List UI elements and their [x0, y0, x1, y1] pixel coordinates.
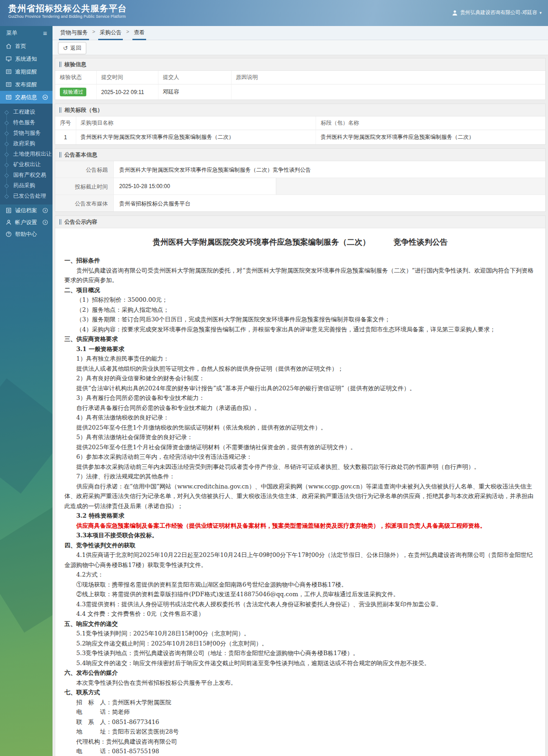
sidebar-item-overdue-reminder[interactable]: 逾期提醒 — [0, 65, 53, 78]
doc-paragraph: 供应商自行承诺：在“信用中国”网站（www.creditchina.gov.cn… — [64, 482, 536, 511]
doc-paragraph: 本次竞争性谈判公告在贵州省招标投标公共服务平台上发布。 — [64, 678, 536, 688]
project-name: 贵州医科大学附属医院突发环境事件应急预案编制服务（二次） — [76, 130, 316, 145]
column-header: 序号 — [55, 116, 76, 130]
doc-paragraph: 提供“合法审计机构出具的2024年度的财务审计报告”或“基本开户银行出具的202… — [64, 383, 536, 394]
home-icon — [5, 43, 12, 49]
doc-paragraph: 4）具有依法缴纳税收的良好记录： — [64, 413, 536, 423]
user-icon — [452, 10, 458, 16]
submenu-item-已发公告处理[interactable]: 已发公告处理 — [0, 191, 53, 201]
doc-paragraph: 5）具有依法缴纳社会保障资金的良好记录： — [64, 432, 536, 442]
sidebar-item-label: 系统通知 — [15, 55, 37, 63]
breadcrumb-item-goods-services[interactable]: 货物与服务 — [59, 26, 89, 40]
table-row: 1 贵州医科大学附属医院突发环境事件应急预案编制服务（二次） 贵州医科大学附属医… — [55, 130, 545, 145]
doc-paragraph: 一、招标条件 — [64, 256, 536, 266]
status-badge: 核验通过 — [60, 88, 86, 96]
sidebar-item-help-center[interactable]: 帮助中心 — [0, 228, 53, 240]
breadcrumb-item-procurement-notice[interactable]: 采购公告 — [98, 26, 123, 40]
doc-paragraph: 提供2025年至今任意1个月社会保障资金缴纳证明材料（不需要缴纳社保资金的，提供… — [64, 442, 536, 452]
row-seq: 1 — [55, 130, 76, 145]
breadcrumb: 货物与服务 > 采购公告 > 查看 — [53, 26, 548, 40]
list-icon — [5, 207, 12, 214]
section-bar-icon — [59, 107, 62, 113]
sidebar-item-label: 首页 — [15, 42, 26, 50]
doc-paragraph: 5.2响应文件递交截止时间：2025年10月28日15时00分（北京时间）。 — [64, 639, 536, 649]
sidebar-item-credit-archive[interactable]: 诚信档案 — [0, 205, 53, 216]
section-header: 核验信息 — [55, 58, 545, 71]
breadcrumb-item-view[interactable]: 查看 — [132, 26, 146, 40]
chevron-down-icon: ▾ — [539, 10, 542, 15]
doc-paragraph: 4.1供应商请于北京时间2025年10月22日起至2025年10月24日上午09… — [64, 550, 536, 570]
submenu-item-国有产权交易[interactable]: 国有产权交易 — [0, 170, 53, 180]
doc-paragraph: 5.4响应文件的递交：响应文件须密封后于响应文件递交截止时间前递至竞争性谈判地点… — [64, 658, 536, 668]
doc-paragraph: 代理机构：贵州弘典建设咨询有限公司 — [64, 737, 536, 747]
reason — [231, 84, 545, 100]
basic-info-panel: 公告基本信息 公告标题 贵州医科大学附属医院突发环境事件应急预案编制服务（二次）… — [55, 148, 546, 212]
sidebar: 菜单 ≡ 首页 系统通知 逾期提醒 — [0, 26, 53, 756]
doc-paragraph: 提供法人或者其他组织的营业执照等证明文件，自然人投标的提供身份证明（提供有效的证… — [64, 364, 536, 374]
top-header: 贵州省招标投标公共服务平台 GuiZhou Province Tendering… — [0, 0, 548, 26]
info-row: 投标截止时间 2025-10-28 15:00:00 — [55, 178, 545, 195]
submenu-item-矿业权出让[interactable]: 矿业权出让 — [0, 159, 53, 170]
sidebar-item-label: 交易信息 — [15, 94, 37, 101]
doc-paragraph: 3.3本项目不接受联合体投标。 — [64, 530, 536, 541]
toolbar: ↺ 返回 — [53, 40, 548, 55]
doc-paragraph: 自行承诺具备履行合同所必需的设备和专业技术能力（承诺函自拟）。 — [64, 403, 536, 413]
doc-paragraph: （4）采购内容：按要求完成突发环境事件应急预案报告编制工作，并根据专家出具的评审… — [64, 325, 536, 335]
trade-info-submenu: 工程建设特色服务货物与服务政府采购土地使用权出让矿业权出让国有产权交易药品采购已… — [0, 104, 53, 205]
platform-title: 贵州省招标投标公共服务平台 — [8, 3, 127, 14]
submitter: 邓廷容 — [158, 84, 231, 100]
submenu-item-药品采购[interactable]: 药品采购 — [0, 180, 53, 191]
doc-paragraph: 4.4 文件费：文件费售价：0元（文件售后不退） — [64, 609, 536, 619]
doc-paragraph: 4.2方式： — [64, 570, 536, 580]
verify-table: 核验状态 提交时间 提交人 原因说明 核验通过 2025-10-22 09:11… — [55, 71, 545, 100]
submenu-item-货物与服务[interactable]: 货物与服务 — [0, 128, 53, 138]
info-row: 公告发布媒体 贵州省招标投标公共服务平台 — [55, 195, 545, 211]
doc-paragraph: 6）参加本次采购活动前三年内，在经营活动中没有违法违规记录： — [64, 452, 536, 462]
back-button-label: 返回 — [70, 44, 81, 52]
menu-label: 菜单 — [6, 29, 17, 37]
section-header: 相关标段（包） — [55, 104, 545, 116]
publish-media-value: 贵州省招标投标公共服务平台 — [114, 195, 545, 211]
sidebar-item-label: 帐户设置 — [15, 219, 37, 226]
doc-paragraph: 5.1竞争性谈判时间：2025年10月28日15时00分（北京时间）。 — [64, 629, 536, 639]
chevron-down-circle-icon — [42, 94, 48, 100]
column-header: 提交时间 — [96, 71, 158, 84]
doc-paragraph: ②线上获取：将需提供的资料盖章版扫描件(PDF格式)发送至418875046@q… — [64, 589, 536, 599]
submenu-item-工程建设[interactable]: 工程建设 — [0, 107, 53, 117]
back-arrow-icon: ↺ — [63, 45, 68, 51]
column-header: 标段（包）名称 — [316, 116, 545, 130]
doc-paragraph: 地 址：贵阳市云岩区贵医街28号 — [64, 727, 536, 737]
sidebar-item-label: 帮助中心 — [15, 231, 37, 238]
platform-subtitle: GuiZhou Province Tendering and Bidding P… — [8, 14, 127, 19]
sidebar-item-trade-info[interactable]: 交易信息 — [0, 91, 53, 104]
back-button[interactable]: ↺ 返回 — [58, 42, 86, 54]
doc-paragraph: 电 话：0851-85755198 — [64, 746, 536, 756]
doc-paragraph: 五、响应文件的递交 — [64, 619, 536, 629]
sidebar-item-notifications[interactable]: 系统通知 — [0, 52, 53, 65]
sidebar-item-home[interactable]: 首页 — [0, 40, 53, 52]
doc-paragraph: 4.3需提供资料：提供法人身份证明书或法定代表人授权委托书（含法定代表人身份证和… — [64, 599, 536, 609]
doc-paragraph: （3）服务期限：签订合同后30个日历日，完成贵州医科大学附属医院突发环境事件应急… — [64, 315, 536, 325]
sidebar-item-publish-reminder[interactable]: 发布提醒 — [0, 78, 53, 91]
app-window: 贵州省招标投标公共服务平台 GuiZhou Province Tendering… — [0, 0, 548, 756]
packages-table: 序号 采购项目名称 标段（包）名称 1 贵州医科大学附属医院突发环境事件应急预案… — [55, 116, 545, 144]
announcement-document: 贵州医科大学附属医院突发环境事件应急预案编制服务（二次） 竞争性谈判公告 一、招… — [55, 228, 545, 756]
submenu-item-政府采购[interactable]: 政府采购 — [0, 138, 53, 149]
doc-paragraph: 7）法律、行政法规规定的其他条件： — [64, 472, 536, 482]
doc-paragraph: 5.3竞争性谈判地点：贵州弘典建设咨询有限公司（地址：贵阳市金阳世纪金源购物中心… — [64, 648, 536, 658]
submenu-item-特色服务[interactable]: 特色服务 — [0, 117, 53, 128]
user-menu[interactable]: 贵州弘典建设咨询有限公司-邓廷容 ▾ — [452, 9, 542, 16]
doc-paragraph: ①现场获取：携带报名需提供的资料至贵阳市观山湖区金阳南路6号世纪金源购物中心商务… — [64, 580, 536, 590]
main-area: 货物与服务 > 采购公告 > 查看 ↺ 返回 核验信息 — [53, 26, 548, 756]
doc-paragraph: 贵州弘典建设咨询有限公司受贵州医科大学附属医院的委托，对“贵州医科大学附属医院突… — [64, 266, 536, 285]
help-icon — [5, 231, 12, 237]
sidebar-item-label: 发布提醒 — [15, 81, 37, 89]
hamburger-icon[interactable]: ≡ — [43, 30, 47, 37]
sidebar-item-account-settings[interactable]: 帐户设置 — [0, 216, 53, 228]
notice-title-value: 贵州医科大学附属医院突发环境事件应急预案编制服务（二次）竞争性谈判公告 — [114, 161, 545, 178]
submenu-item-土地使用权出让[interactable]: 土地使用权出让 — [0, 149, 53, 159]
announcement-panel: 公告公示内容 贵州医科大学附属医院突发环境事件应急预案编制服务（二次） 竞争性谈… — [55, 215, 546, 756]
info-label: 投标截止时间 — [55, 178, 114, 194]
doc-paragraph: 四、竞争性谈判文件的获取 — [64, 541, 536, 551]
column-header: 核验状态 — [55, 71, 96, 84]
